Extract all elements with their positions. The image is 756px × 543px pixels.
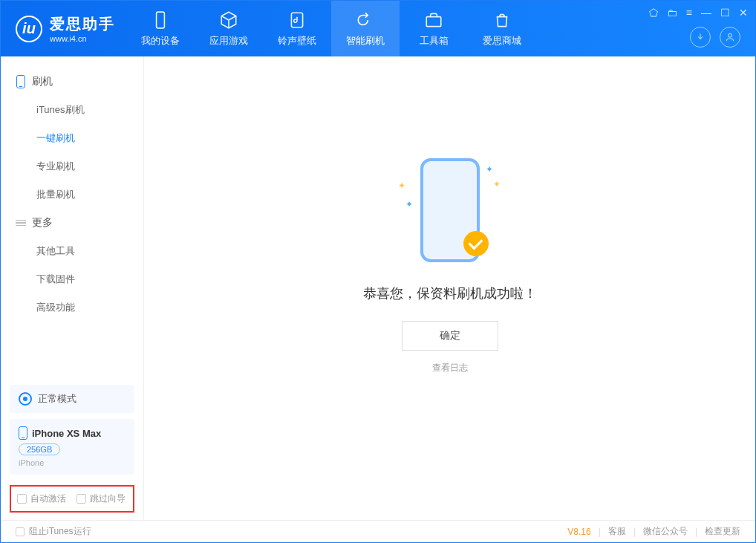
sparkle-icon: ✦ [493, 179, 501, 189]
footer-kefu[interactable]: 客服 [608, 525, 626, 538]
app-site: www.i4.cn [50, 34, 115, 43]
tab-shop[interactable]: 爱思商城 [468, 1, 536, 56]
svg-rect-2 [426, 16, 441, 26]
list-icon [16, 220, 26, 227]
svg-rect-0 [157, 12, 165, 28]
bag-icon [492, 10, 512, 30]
briefcase-icon [424, 10, 443, 30]
top-tabs: 我的设备 应用游戏 铃声壁纸 智能刷机 工具箱 爱思商城 [126, 1, 536, 56]
refresh-icon [356, 10, 375, 30]
maximize-icon[interactable]: ☐ [720, 7, 730, 19]
tab-toolbox[interactable]: 工具箱 [400, 1, 468, 56]
view-log-link[interactable]: 查看日志 [432, 362, 468, 374]
device-storage: 256GB [19, 443, 60, 455]
svg-point-3 [729, 33, 732, 37]
logo-icon: iu [16, 16, 42, 42]
success-illustration: ✦ ✦ ✦ ✦ [398, 158, 502, 270]
logo-area: iu 爱思助手 www.i4.cn [1, 14, 126, 43]
footer-update[interactable]: 检查更新 [705, 525, 740, 538]
shirt-icon[interactable]: ⬠ [649, 7, 658, 19]
mode-label: 正常模式 [38, 392, 76, 406]
sidebar-item-advanced[interactable]: 高级功能 [1, 293, 143, 322]
checkbox-row: 自动激活 跳过向导 [10, 485, 134, 513]
success-message: 恭喜您，保资料刷机成功啦！ [363, 284, 537, 302]
phone-small-icon [16, 75, 26, 88]
device-box[interactable]: iPhone XS Max 256GB iPhone [10, 419, 134, 475]
user-button[interactable] [720, 27, 740, 48]
mode-icon [19, 392, 32, 406]
header-actions [690, 27, 740, 48]
sidebar-item-oneclick[interactable]: 一键刷机 [1, 124, 143, 152]
minimize-icon[interactable]: — [701, 7, 711, 19]
sidebar-item-other[interactable]: 其他工具 [1, 237, 143, 265]
check-badge-icon [463, 231, 489, 256]
lock-icon[interactable]: 🗀 [667, 7, 677, 19]
sidebar-item-itunes[interactable]: iTunes刷机 [1, 96, 143, 124]
version-label: V8.16 [567, 527, 590, 537]
tab-device[interactable]: 我的设备 [126, 1, 195, 56]
download-icon [695, 32, 706, 42]
download-button[interactable] [690, 27, 711, 48]
device-type: iPhone [19, 458, 126, 467]
checkbox-icon[interactable] [16, 527, 25, 536]
ok-button[interactable]: 确定 [402, 321, 498, 351]
phone-icon [151, 10, 170, 30]
sidebar-item-pro[interactable]: 专业刷机 [1, 152, 143, 181]
user-icon [725, 32, 735, 42]
footer-itunes-label[interactable]: 阻止iTunes运行 [29, 525, 91, 538]
app-name: 爱思助手 [50, 14, 115, 34]
mode-box[interactable]: 正常模式 [10, 385, 134, 413]
sparkle-icon: ✦ [398, 181, 405, 191]
content: ✦ ✦ ✦ ✦ 恭喜您，保资料刷机成功啦！ 确定 查看日志 [144, 56, 755, 520]
checkbox-auto-activate[interactable]: 自动激活 [17, 492, 66, 505]
sidebar: 刷机 iTunes刷机 一键刷机 专业刷机 批量刷机 更多 其他工具 下载固件 … [1, 56, 144, 520]
menu-icon[interactable]: ≡ [686, 7, 692, 19]
checkbox-icon [76, 494, 86, 504]
music-icon [287, 10, 307, 30]
header: iu 爱思助手 www.i4.cn 我的设备 应用游戏 铃声壁纸 智能刷机 工具… [1, 1, 755, 56]
checkbox-skip-guide[interactable]: 跳过向导 [76, 492, 126, 505]
sparkle-icon: ✦ [486, 164, 493, 175]
sidebar-item-batch[interactable]: 批量刷机 [1, 181, 143, 209]
sidebar-item-firmware[interactable]: 下载固件 [1, 265, 143, 293]
sidebar-section-flash: 刷机 [1, 68, 143, 96]
sidebar-section-more: 更多 [1, 209, 143, 237]
device-name: iPhone XS Max [32, 428, 101, 439]
sparkle-icon: ✦ [405, 199, 413, 209]
main: 刷机 iTunes刷机 一键刷机 专业刷机 批量刷机 更多 其他工具 下载固件 … [1, 56, 755, 520]
close-icon[interactable]: ✕ [739, 7, 748, 19]
footer: 阻止iTunes运行 V8.16 | 客服 | 微信公众号 | 检查更新 [1, 520, 755, 542]
checkbox-icon [17, 494, 27, 504]
tab-ringtone[interactable]: 铃声壁纸 [263, 1, 331, 56]
footer-wechat[interactable]: 微信公众号 [643, 525, 688, 538]
tab-flash[interactable]: 智能刷机 [331, 1, 400, 56]
device-phone-icon [19, 426, 27, 440]
window-controls: ⬠ 🗀 ≡ — ☐ ✕ [649, 7, 748, 19]
tab-apps[interactable]: 应用游戏 [195, 1, 263, 56]
cube-icon [219, 10, 238, 30]
